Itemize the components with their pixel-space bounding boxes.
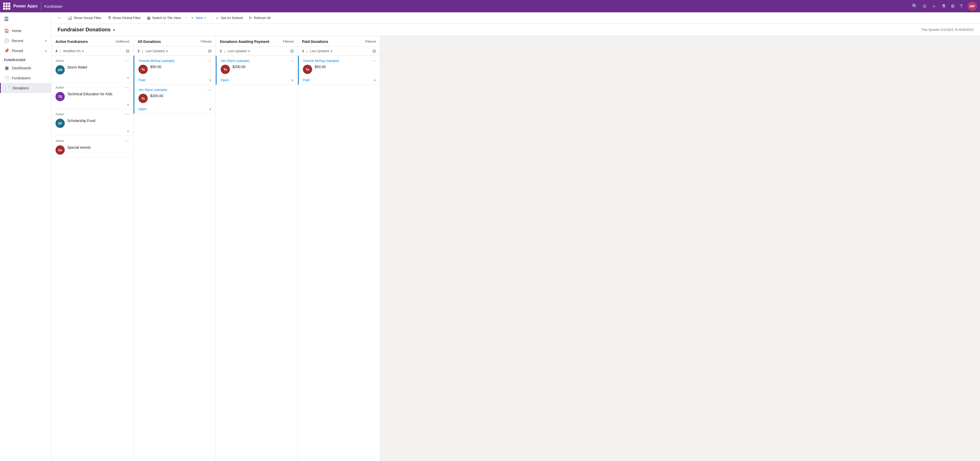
col-sort-down-icon-2: ↓: [142, 49, 143, 53]
show-visual-filter-button[interactable]: 📊 Show Visual Filter: [65, 14, 104, 22]
donation-donor-1: Yvonne McKay (sample) ⋯: [138, 58, 212, 63]
donation-card-1: Yvonne McKay (sample) ⋯ Te $50.00: [134, 56, 216, 85]
donation-more-1[interactable]: ⋯: [207, 58, 212, 63]
donation-more-2[interactable]: ⋯: [207, 87, 212, 92]
sidebar-item-donations[interactable]: 📄 Donations: [0, 83, 51, 93]
col-header-active-fundraisers: Active Fundraisers Unfiltered: [51, 36, 133, 46]
back-button[interactable]: ←: [56, 14, 64, 22]
col-header-all-donations: All Donations Filtered: [134, 36, 216, 46]
copilot-icon[interactable]: ⊙: [923, 3, 927, 9]
kanban-column-all-donations: All Donations Filtered 2 ↓ Last Updated …: [134, 36, 216, 461]
donation-footer-3: Open ∨: [221, 76, 294, 82]
search-icon[interactable]: 🔍: [912, 3, 918, 9]
kanban-column-awaiting-payment: Donations Awaiting Payment Filtered 1 ↓ …: [216, 36, 298, 461]
back-icon: ←: [57, 16, 62, 20]
settings-icon[interactable]: ⚙: [951, 3, 955, 9]
set-as-default-button[interactable]: ✓ Set As Default: [213, 14, 245, 22]
card-more-menu-4[interactable]: ⋯: [125, 138, 129, 143]
card-info-2: Technical Education for Kids: [67, 92, 129, 96]
card-title-te[interactable]: Technical Education for Kids: [67, 92, 129, 96]
fundraisers-icon: 📄: [4, 76, 9, 80]
show-global-filter-button[interactable]: ⚗ Show Global Filter: [105, 14, 143, 22]
donation-status-4[interactable]: Paid: [303, 78, 310, 82]
donation-expand-1[interactable]: ∨: [209, 78, 212, 82]
col-sort-all-donations[interactable]: Last Updated ∨: [145, 49, 168, 53]
donation-status-2[interactable]: Open: [138, 107, 147, 111]
col-sort-label-4: Last Updated: [310, 49, 329, 53]
donations-icon: 📄: [5, 86, 10, 91]
filter-icon[interactable]: ⚗: [942, 3, 946, 9]
donation-amount-1: $50.00: [150, 65, 212, 69]
card-title-se[interactable]: Special events: [67, 145, 129, 149]
donation-initials-2: Te: [141, 97, 145, 100]
col-view-toggle-4[interactable]: ⊟: [372, 49, 376, 53]
col-sort-down-icon-3: ↓: [224, 49, 226, 53]
sidebar-item-fundraisers[interactable]: 📄 Fundraisers: [0, 73, 51, 83]
donation-more-3[interactable]: ⋯: [290, 58, 294, 63]
card-avatar-te: TE: [56, 92, 65, 101]
new-dropdown-icon[interactable]: ∨: [204, 16, 206, 19]
donation-footer-4: Paid ∧: [303, 76, 376, 82]
sidebar-fundraisers-label: Fundraisers: [12, 76, 31, 80]
donor-name-2[interactable]: Jim Glynn (sample): [138, 88, 167, 92]
donation-expand-2[interactable]: ∨: [209, 107, 212, 111]
card-expand-icon[interactable]: ∨: [127, 76, 129, 79]
page-title[interactable]: Fundraiser Donations ∨: [57, 27, 115, 33]
card-title-sr[interactable]: Storm Relief: [67, 65, 129, 69]
pin-icon: 📌: [4, 48, 9, 53]
sidebar-item-dashboards[interactable]: ▦ Dashboards: [0, 63, 51, 73]
col-view-toggle[interactable]: ⊟: [126, 49, 129, 53]
col-toolbar-all-donations: 2 ↓ Last Updated ∨ ⊟: [134, 46, 216, 56]
avatar-initials-se: Se: [58, 148, 62, 152]
col-sort-awaiting-payment[interactable]: Last Updated ∨: [228, 49, 250, 53]
donor-name-3[interactable]: Jim Glynn (sample): [221, 59, 250, 63]
user-avatar[interactable]: MP: [968, 2, 977, 11]
col-toolbar-paid-donations: 1 ↓ Last Updated ∨ ⊟: [298, 46, 380, 56]
sidebar-item-home[interactable]: 🏠 Home: [0, 26, 51, 36]
donation-info-2: $200.00: [150, 94, 212, 98]
donation-expand-4[interactable]: ∧: [374, 78, 376, 82]
help-icon[interactable]: ?: [960, 3, 963, 9]
donation-amount-4: $50.00: [315, 65, 376, 69]
card-status-row-2: Active ⋯: [56, 85, 129, 90]
page-header: Fundraiser Donations ∨ This Quarter 4/1/…: [51, 24, 980, 36]
date-range: This Quarter 4/1/2021 To 6/30/2021: [921, 28, 974, 32]
hamburger-menu[interactable]: ☰: [0, 12, 51, 26]
donor-name-1[interactable]: Yvonne McKay (sample): [138, 59, 175, 63]
card-info-4: Special events: [67, 145, 129, 149]
sidebar: ☰ 🏠 Home 🕐 Recent ∨ 📌 Pinned ∨ Fundraise…: [0, 12, 51, 461]
set-as-default-label: Set As Default: [221, 16, 243, 20]
card-expand-icon-3[interactable]: ∨: [127, 129, 129, 133]
sidebar-section-title: Fundraiser: [0, 56, 51, 63]
col-count-paid-donations: 1: [302, 49, 304, 53]
donation-status-1[interactable]: Paid: [138, 78, 145, 82]
donation-expand-3[interactable]: ∨: [291, 78, 294, 82]
refresh-all-label: Refresh All: [254, 16, 270, 20]
col-sort-active-fundraisers[interactable]: Modified On ∨: [63, 49, 84, 53]
checkmark-icon: ✓: [216, 16, 219, 20]
sidebar-item-recent[interactable]: 🕐 Recent ∨: [0, 36, 51, 46]
app-grid-icon[interactable]: [3, 3, 10, 10]
col-sort-paid-donations[interactable]: Last Updated ∨: [310, 49, 332, 53]
switch-tile-view-button[interactable]: ▦ Switch to Tile View: [144, 14, 183, 22]
donation-more-4[interactable]: ⋯: [372, 58, 376, 63]
new-button[interactable]: ＋ New ∨: [188, 14, 209, 22]
col-sort-chevron-2: ∨: [166, 49, 168, 53]
donation-status-3[interactable]: Open: [221, 78, 229, 82]
card-scholarship: Active ⋯ SF Scholarship Fund: [51, 109, 133, 136]
card-title-sf[interactable]: Scholarship Fund: [67, 119, 129, 123]
refresh-all-button[interactable]: ↻ Refresh All: [247, 14, 273, 22]
col-sort-down-icon-4: ↓: [306, 49, 308, 53]
card-more-menu[interactable]: ⋯: [125, 58, 129, 63]
card-expand-icon-2[interactable]: ∨: [127, 103, 129, 107]
card-status-label-4: Active: [56, 139, 64, 143]
col-view-toggle-2[interactable]: ⊟: [208, 49, 212, 53]
sidebar-item-pinned[interactable]: 📌 Pinned ∨: [0, 46, 51, 56]
card-more-menu-3[interactable]: ⋯: [125, 112, 129, 117]
donor-name-4[interactable]: Yvonne McKay (sample): [303, 59, 339, 63]
col-view-toggle-3[interactable]: ⊟: [290, 49, 294, 53]
card-status-row-3: Active ⋯: [56, 112, 129, 117]
card-more-menu-2[interactable]: ⋯: [125, 85, 129, 90]
show-visual-filter-label: Show Visual Filter: [74, 16, 102, 20]
add-icon[interactable]: ＋: [932, 3, 936, 9]
